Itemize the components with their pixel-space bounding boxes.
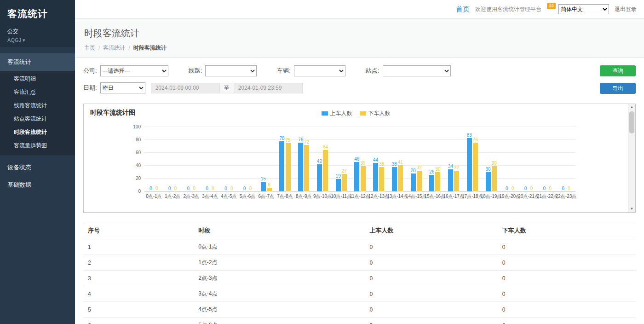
bar-value-label: 39	[492, 161, 497, 166]
sidebar-item[interactable]: 时段客流统计	[0, 126, 75, 139]
chart-bar-column: 83	[467, 117, 472, 191]
vehicle-select[interactable]	[294, 65, 345, 76]
date-preset-select[interactable]: 昨日	[100, 82, 145, 93]
table-row: 65点-6点00	[83, 318, 636, 324]
chart-bar	[261, 182, 266, 191]
x-axis-tick-label: 4点-5点	[221, 193, 236, 200]
x-axis-tick-label: 2点-3点	[184, 193, 199, 200]
chart-bar-group: 7875	[276, 117, 294, 191]
export-button[interactable]: 导出	[600, 83, 636, 94]
chart-bar-column: 0	[167, 117, 172, 191]
chart-bar	[435, 172, 440, 191]
bar-value-label: 42	[317, 159, 322, 164]
x-axis-tick-label: 9点-10点	[313, 193, 332, 200]
scrollbar-thumb[interactable]	[629, 111, 634, 133]
content-panel: 公司: ---请选择--- 线路: 车辆:	[75, 58, 644, 324]
language-select[interactable]: 简体中文	[558, 4, 609, 14]
x-axis-tick-label: 22点-23点	[556, 193, 577, 200]
date-to-input[interactable]	[234, 83, 303, 93]
table-cell: 3	[83, 271, 194, 286]
chart-bar-column: 27	[342, 117, 347, 191]
x-axis-tick: 4点-5点	[219, 193, 238, 200]
legend-item[interactable]: 上车人数	[322, 110, 352, 117]
table-cell: 3点-4点	[194, 286, 365, 302]
x-axis-tick: 20点-21点	[519, 193, 538, 200]
chart-bar-group: 00	[557, 117, 575, 191]
chart-bar-group: 4639	[351, 117, 369, 191]
breadcrumb-link[interactable]: 主页	[84, 44, 95, 52]
notification-badge[interactable]: 34	[547, 3, 556, 9]
table-cell: 2点-3点	[194, 271, 365, 286]
y-axis-tick-label: 40	[136, 163, 141, 168]
breadcrumb-separator: /	[128, 45, 130, 52]
x-axis-tick-label: 3点-4点	[202, 193, 218, 200]
station-filter: 站点:	[366, 65, 451, 76]
bar-value-label: 76	[473, 137, 478, 142]
legend-item[interactable]: 下车人数	[360, 110, 391, 117]
sidebar-item[interactable]: 站点客流统计	[0, 112, 75, 126]
home-link[interactable]: 首页	[456, 5, 470, 14]
x-axis-tick-label: 0点-1点	[146, 193, 161, 200]
chart-bar-column: 0	[242, 117, 247, 191]
chart-bar-column: 64	[323, 117, 328, 191]
breadcrumb-link[interactable]: 客流统计	[103, 44, 125, 52]
chart-bar-group: 00	[219, 117, 238, 191]
x-axis-tick: 14点-15点	[407, 193, 426, 200]
chart-bar-group: 4438	[369, 117, 388, 191]
table-cell: 1	[83, 239, 194, 255]
x-axis-tick-label: 12点-13点	[368, 193, 389, 200]
bar-value-label: 32	[417, 165, 422, 170]
legend-swatch	[322, 111, 328, 116]
table-row: 10点-1点00	[83, 239, 636, 255]
query-button[interactable]: 查询	[600, 65, 636, 76]
table-cell: 0	[365, 271, 497, 286]
sidebar-item[interactable]: 客流量趋势图	[0, 139, 75, 152]
chart-bar-column: 41	[398, 117, 403, 191]
line-select[interactable]	[205, 65, 257, 76]
x-axis-tick: 16点-17点	[444, 193, 463, 200]
chart-bar	[473, 143, 478, 191]
bar-value-label: 46	[354, 156, 359, 162]
scroll-up-icon[interactable]: ▲	[630, 105, 634, 109]
sidebar-section-passenger-stats[interactable]: 客流统计	[0, 53, 75, 71]
table-cell: 0	[498, 286, 636, 302]
x-axis-tick: 12点-13点	[369, 193, 388, 200]
bar-value-label: 28	[411, 168, 416, 173]
x-axis-tick: 3点-4点	[201, 193, 219, 200]
table-header-cell: 时段	[194, 222, 365, 239]
date-from-input[interactable]	[151, 83, 220, 93]
table-cell: 0	[498, 318, 636, 324]
bar-value-label: 6	[268, 182, 271, 187]
sidebar-item[interactable]: 客流明细	[0, 72, 75, 86]
org-selector[interactable]: AQGJ ▾	[7, 37, 68, 43]
table-cell: 0	[498, 271, 636, 286]
bar-value-label: 19	[336, 174, 341, 179]
sidebar-item[interactable]: 线路客流统计	[0, 99, 75, 112]
station-select[interactable]	[383, 65, 451, 76]
chart-scrollbar[interactable]: ▲ ▼	[628, 104, 635, 212]
sidebar-item[interactable]: 客流汇总	[0, 86, 75, 99]
chart-bar-column: 0	[211, 117, 216, 191]
x-axis-tick-label: 1点-2点	[165, 193, 180, 200]
bar-value-label: 27	[342, 168, 347, 174]
sidebar-section-device-status[interactable]: 设备状态	[0, 159, 75, 176]
bar-value-label: 0	[193, 186, 196, 191]
x-axis-tick-label: 5点-6点	[240, 193, 255, 200]
x-axis-tick: 15点-16点	[426, 193, 444, 200]
chart-bar	[336, 179, 341, 191]
bar-value-label: 0	[187, 186, 190, 191]
chart-bar-column: 0	[510, 117, 515, 191]
chart-bar-column: 0	[186, 117, 191, 191]
logout-link[interactable]: 退出登录	[615, 6, 637, 13]
chart-bar-column: 15	[261, 117, 266, 191]
org-name: 公交	[7, 28, 68, 35]
company-select[interactable]: ---请选择---	[100, 65, 168, 76]
bar-value-label: 0	[155, 186, 158, 191]
sidebar-section-base-data[interactable]: 基础数据	[0, 176, 75, 194]
chart-bar-column: 76	[473, 117, 478, 191]
scroll-down-icon[interactable]: ▼	[630, 207, 634, 211]
x-axis-tick-label: 20点-21点	[518, 193, 539, 200]
bar-value-label: 0	[524, 186, 527, 191]
chart-bar-column: 19	[336, 117, 341, 191]
table-header-cell: 上车人数	[365, 222, 497, 239]
